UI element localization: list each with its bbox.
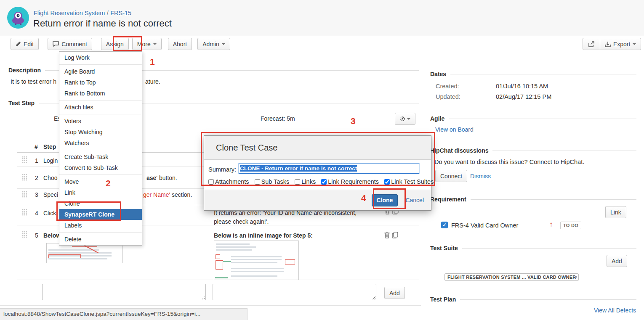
menu-item-convert-to-sub-task[interactable]: Convert to Sub-Task [59, 162, 142, 173]
export-button-label: Export [613, 41, 630, 48]
clone-confirm-button[interactable]: Clone [372, 194, 398, 206]
checkbox-input[interactable] [255, 179, 260, 185]
view-on-board-link[interactable]: View on Board [435, 126, 474, 133]
admin-button[interactable]: Admin [197, 38, 230, 50]
toolbar-right: Export [583, 38, 641, 50]
attachments-checkbox[interactable]: Attachments [208, 178, 249, 185]
checkbox-input[interactable] [321, 179, 327, 185]
expected-result-text: It returns an error: 'Your ID and Name a… [214, 209, 366, 226]
menu-item-synapsert-clone[interactable]: SynapseRT Clone [59, 209, 142, 220]
link-test-suites-checkbox[interactable]: Link Test Suites [384, 178, 434, 185]
breadcrumb: Flight Reservation System / FRS-15 [34, 9, 131, 17]
dialog-title: Clone Test Case [204, 136, 431, 160]
alien-avatar-icon [7, 7, 29, 29]
add-step-button[interactable]: Add [384, 287, 405, 299]
view-all-defects-link[interactable]: View All Defects [594, 307, 636, 314]
breadcrumb-issue-link[interactable]: FRS-15 [110, 10, 131, 16]
delete-step-button[interactable] [384, 232, 391, 239]
drag-handle[interactable] [22, 190, 27, 198]
checkbox-input[interactable] [208, 179, 214, 185]
edit-button[interactable]: Edit [11, 38, 39, 50]
more-dropdown-menu: Log Work Agile Board Rank to Top Rank to… [59, 51, 142, 246]
drag-handle[interactable] [22, 174, 27, 181]
cancel-link[interactable]: Cancel [405, 197, 424, 204]
remove-tag-icon[interactable]: × [574, 274, 577, 280]
menu-item-create-sub-task[interactable]: Create Sub-Task [59, 151, 142, 162]
dialog-footer: Clone Cancel [204, 190, 431, 210]
hipchat-heading: HipChat discussions [430, 147, 636, 154]
gear-icon [400, 116, 405, 122]
menu-item-link[interactable]: Link [59, 187, 142, 198]
summary-input[interactable]: CLONE - Return error if name is not corr… [239, 164, 419, 174]
more-button-label: More [137, 41, 151, 48]
project-avatar [7, 7, 29, 29]
download-icon [605, 41, 611, 47]
links-checkbox[interactable]: Links [295, 178, 316, 185]
menu-item-log-work[interactable]: Log Work [59, 52, 142, 63]
drag-handle[interactable] [22, 231, 27, 238]
page-title: Return error if name is not correct [33, 18, 172, 29]
annotation-number-3: 3 [351, 116, 356, 126]
requirement-heading-label: Requirement [430, 196, 466, 203]
new-expected-result-input[interactable] [213, 284, 376, 300]
step-settings-button[interactable] [395, 113, 415, 125]
requirement-heading: Requirement [430, 196, 636, 203]
checkbox-label: Link Requirements [328, 178, 379, 185]
menu-item-attach-files[interactable]: Attach files [59, 102, 142, 113]
step-text: Below [43, 232, 61, 239]
menu-item-voters[interactable]: Voters [59, 116, 142, 127]
description-text-right: ature. [145, 78, 160, 85]
new-step-input[interactable] [42, 284, 206, 300]
hipchat-dismiss-link[interactable]: Dismiss [470, 173, 491, 180]
requirement-item[interactable]: FRS-4 Valid Card Owner [451, 222, 518, 229]
menu-item-stop-watching[interactable]: Stop Watching [59, 127, 142, 138]
menu-item-labels[interactable]: Labels [59, 220, 142, 231]
pencil-icon [16, 41, 21, 47]
dialog-body: Summary:CLONE - Return error if name is … [204, 160, 431, 190]
menu-separator [59, 150, 142, 150]
abort-button[interactable]: Abort [168, 38, 192, 50]
checkbox-label: Sub Tasks [261, 178, 290, 185]
menu-item-clone[interactable]: Clone [59, 198, 142, 209]
step-number: 2 [35, 175, 38, 181]
requirement-link-button[interactable]: Link [605, 206, 626, 218]
menu-item-agile-board[interactable]: Agile Board [59, 66, 142, 77]
step-number: 3 [35, 191, 38, 198]
step-number: 5 [35, 232, 38, 239]
sub-tasks-checkbox[interactable]: Sub Tasks [255, 178, 290, 185]
page-header: Flight Reservation System / FRS-15 Retur… [0, 0, 644, 36]
test-suite-add-button[interactable]: Add [607, 255, 627, 267]
hipchat-prompt: Do you want to discuss this issue? Conne… [434, 159, 584, 165]
created-label: Created: [436, 83, 459, 90]
share-button[interactable] [583, 38, 600, 50]
clone-test-case-dialog: Clone Test Case Summary:CLONE - Return e… [204, 135, 431, 211]
assign-button[interactable]: Assign [101, 38, 129, 50]
copy-step-button[interactable] [392, 232, 399, 239]
menu-item-delete[interactable]: Delete [59, 234, 142, 245]
comment-button[interactable]: Comment [48, 38, 92, 50]
drag-handle[interactable] [22, 156, 27, 164]
drag-handle[interactable] [22, 209, 27, 216]
more-button[interactable]: More [132, 38, 162, 50]
menu-item-watchers[interactable]: Watchers [59, 138, 142, 148]
checkbox-input[interactable] [384, 179, 390, 185]
test-step-heading-label: Test Step [8, 100, 35, 106]
breadcrumb-project-link[interactable]: Flight Reservation System [34, 10, 105, 16]
export-button[interactable]: Export [600, 38, 641, 50]
description-text-left: It is to test error h [11, 78, 56, 85]
menu-item-rank-to-bottom[interactable]: Rank to Bottom [59, 88, 142, 99]
step-number: 4 [35, 210, 38, 217]
add-step-button-label: Add [389, 290, 400, 296]
link-requirements-checkbox[interactable]: Link Requirements [321, 178, 379, 185]
checkbox-input[interactable] [295, 179, 300, 185]
requirement-checkbox[interactable]: ✓ [441, 222, 448, 228]
menu-item-rank-to-top[interactable]: Rank to Top [59, 77, 142, 88]
hipchat-connect-button[interactable]: Connect [435, 170, 467, 182]
add-button-label: Add [612, 258, 622, 264]
step-text: Choo [43, 175, 57, 181]
status-badge: TO DO [560, 222, 581, 229]
menu-item-move[interactable]: Move [59, 176, 142, 187]
clone-button-label: Clone [377, 197, 393, 204]
comment-bubble-icon [53, 41, 59, 47]
link-button-label: Link [610, 209, 621, 216]
